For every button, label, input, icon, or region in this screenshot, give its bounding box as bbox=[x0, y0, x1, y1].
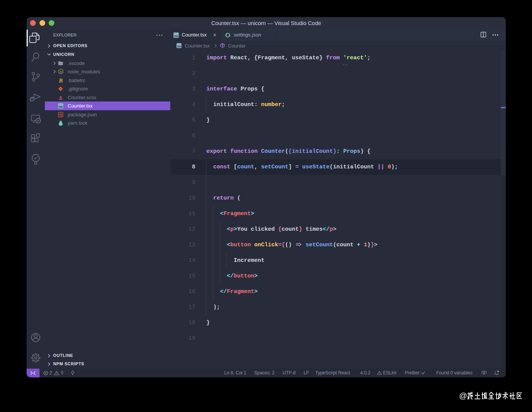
svg-text:js: js bbox=[59, 70, 62, 73]
svg-text:TSX: TSX bbox=[177, 45, 181, 48]
svg-text:TSX: TSX bbox=[174, 35, 178, 37]
svg-text:B: B bbox=[59, 77, 63, 83]
svg-text:TSX: TSX bbox=[59, 106, 63, 108]
